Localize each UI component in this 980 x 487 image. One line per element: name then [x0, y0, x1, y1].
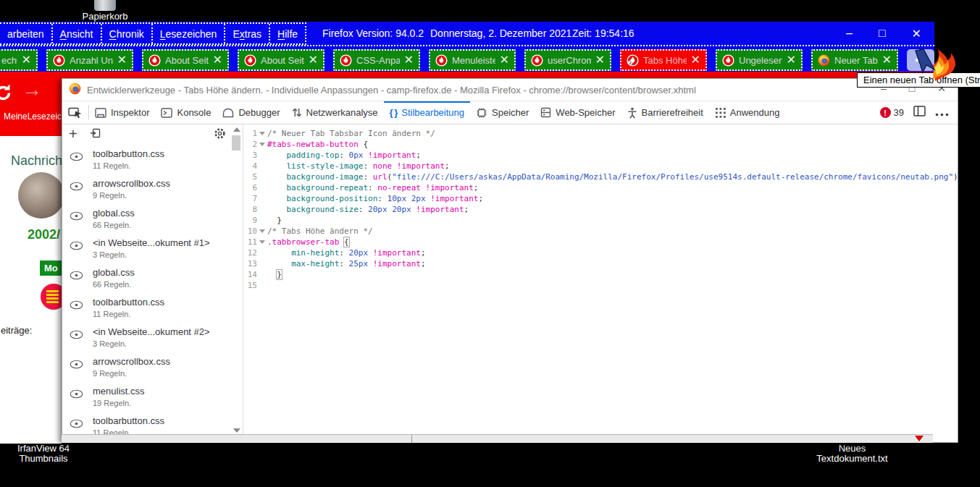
tab-close-icon[interactable]: ✕	[787, 54, 796, 66]
tab-close-icon[interactable]: ✕	[595, 54, 605, 66]
code-line[interactable]: 3 padding-top: 0px !important;	[243, 150, 958, 161]
scroll-down-icon[interactable]	[233, 428, 240, 433]
code-line[interactable]: 15	[243, 280, 958, 291]
minimize-icon[interactable]: –	[846, 27, 853, 41]
eye-icon[interactable]	[70, 418, 83, 434]
devtools-tab-stilbearbeitung[interactable]: { }Stilbearbeitung	[384, 101, 470, 124]
stylesheet-list-item[interactable]: arrowscrollbox.css9 Regeln.	[62, 176, 230, 206]
code-line[interactable]: 11.tabbrowser-tab {	[243, 237, 958, 247]
stylesheet-list-item[interactable]: <in Webseite...okument #2>3 Regeln.	[62, 324, 230, 354]
code-line[interactable]: 14 }	[243, 269, 958, 280]
browser-tab[interactable]: Anzahl Unte✕	[46, 49, 133, 71]
split-console-icon[interactable]	[913, 106, 926, 119]
error-count-badge[interactable]: ! 39	[880, 107, 904, 118]
menu-item[interactable]: Ansicht	[53, 24, 102, 43]
devtools-titlebar[interactable]: Entwicklerwerkzeuge - Tabs Höhe ändern. …	[62, 79, 958, 101]
eye-icon[interactable]	[70, 270, 83, 295]
fold-arrow-icon[interactable]	[257, 128, 267, 139]
scroll-up-icon[interactable]	[233, 127, 240, 132]
tab-close-icon[interactable]: ✕	[691, 54, 700, 66]
eye-icon[interactable]	[70, 359, 83, 384]
code-line[interactable]: 5 background-image: url("file:///C:/User…	[243, 171, 958, 182]
maximize-icon[interactable]: □	[879, 27, 886, 41]
menu-item[interactable]: Hilfe	[270, 24, 305, 43]
code-line[interactable]: 2#tabs-newtab-button {	[243, 139, 958, 150]
browser-tab[interactable]: userChrome✕	[524, 49, 611, 71]
desktop-icon-irfanview[interactable]: IrfanView 64 Thumbnails	[4, 444, 83, 465]
menu-item[interactable]: arbeiten	[0, 24, 53, 43]
forward-icon[interactable]: →	[22, 78, 42, 101]
tab-close-icon[interactable]: ✕	[213, 54, 222, 66]
stylesheet-list-item[interactable]: arrowscrollbox.css9 Regeln.	[62, 354, 230, 384]
stylesheet-list-item[interactable]: toolbarbutton.css11 Regeln.	[62, 295, 230, 324]
browser-tab[interactable]: CSS-Anpassu✕	[333, 49, 420, 71]
scrollbar-thumb[interactable]	[232, 135, 240, 151]
browser-tab[interactable]: About Seiten✕	[238, 49, 324, 71]
year-link[interactable]: 2002/	[28, 227, 60, 242]
devtools-tab-anwendung[interactable]: Anwendung	[709, 101, 786, 124]
close-icon[interactable]: ✕	[912, 27, 921, 41]
code-line[interactable]: 7 background-position: 10px 2px !importa…	[243, 193, 958, 204]
menu-item[interactable]: Extras	[225, 24, 270, 43]
tab-close-icon[interactable]: ✕	[404, 54, 414, 66]
stylesheet-list-item[interactable]: toolbarbutton.css11 Regeln.	[62, 146, 230, 176]
bookmark-item[interactable]: MeineLesezeic	[1, 111, 62, 122]
stylesheet-list-item[interactable]: toolbarbutton.css11 Regeln.	[62, 413, 230, 434]
browser-tab[interactable]: Menuleiste✕	[429, 49, 516, 71]
devtools-tab-barrierefreiheit[interactable]: Barrierefreiheit	[621, 101, 709, 124]
tab-close-icon[interactable]: ✕	[500, 54, 509, 66]
devtools-tab-netzwerkanalyse[interactable]: Netzwerkanalyse	[286, 101, 384, 124]
style-editor-sidebar-toolbar: +	[62, 124, 243, 145]
browser-tab[interactable]: Neuer Tab✕	[811, 49, 898, 71]
fold-arrow-icon[interactable]	[257, 226, 267, 237]
desktop-icon-trash[interactable]: Papierkorb	[75, 0, 135, 22]
devtools-tab-konsole[interactable]: Konsole	[155, 101, 217, 124]
pick-element-button[interactable]	[62, 101, 88, 124]
eye-icon[interactable]	[70, 389, 83, 413]
browser-tab[interactable]: About Seiten✕	[142, 49, 229, 71]
devtools-tab-web-speicher[interactable]: Web-Speicher	[535, 101, 621, 124]
browser-tab[interactable]: echts-✕	[0, 49, 38, 71]
stylesheet-list-item[interactable]: global.css66 Regeln.	[62, 206, 230, 235]
devtools-tab-debugger[interactable]: Debugger	[217, 101, 285, 124]
tab-close-icon[interactable]: ✕	[309, 54, 318, 66]
menu-circle-icon[interactable]	[41, 284, 62, 310]
new-tab-button[interactable]	[907, 49, 934, 71]
desktop-icon-textfile[interactable]: Neues Textdokument.txt	[792, 444, 912, 465]
eye-icon[interactable]	[70, 151, 83, 176]
code-line[interactable]: 13 max-height: 25px !important;	[243, 258, 958, 269]
eye-icon[interactable]	[70, 329, 83, 354]
reload-icon[interactable]	[0, 83, 13, 103]
css-code-editor[interactable]: 1/* Neuer Tab Tabsbar Icon ändern */2#ta…	[243, 124, 958, 434]
import-stylesheet-icon[interactable]	[90, 127, 101, 142]
devtools-tab-speicher[interactable]: Speicher	[470, 101, 535, 124]
new-stylesheet-button[interactable]: +	[69, 127, 78, 141]
tab-close-icon[interactable]: ✕	[117, 54, 127, 66]
stylesheet-list-item[interactable]: global.css66 Regeln.	[62, 265, 230, 295]
browser-tab[interactable]: Ungelesene l✕	[716, 49, 803, 71]
month-badge[interactable]: Mo	[40, 261, 62, 276]
code-line[interactable]: 1/* Neuer Tab Tabsbar Icon ändern */	[243, 128, 958, 139]
code-line[interactable]: 8 background-size: 20px 20px !important;	[243, 204, 958, 215]
code-line[interactable]: 9 }	[243, 215, 958, 226]
eye-icon[interactable]	[70, 300, 83, 324]
sidebar-scrollbar[interactable]	[231, 124, 242, 434]
stylesheet-list-item[interactable]: menulist.css19 Regeln.	[62, 384, 230, 413]
fold-arrow-icon[interactable]	[257, 139, 267, 150]
eye-icon[interactable]	[70, 240, 83, 265]
browser-tab[interactable]: 2Tabs Höhe ä✕	[620, 49, 707, 71]
meatball-menu-icon[interactable]	[935, 106, 949, 119]
tab-close-icon[interactable]: ✕	[882, 54, 892, 66]
menu-item[interactable]: Chronik	[102, 24, 153, 43]
devtools-tab-inspektor[interactable]: Inspektor	[89, 101, 155, 124]
tab-close-icon[interactable]: ✕	[22, 54, 31, 66]
menu-item[interactable]: Lesezeichen	[153, 24, 226, 43]
fold-arrow-icon[interactable]	[257, 237, 267, 247]
code-line[interactable]: 12 min-height: 20px !important;	[243, 247, 958, 258]
code-line[interactable]: 10/* Tabs Höhe ändern */	[243, 226, 958, 237]
eye-icon[interactable]	[70, 181, 83, 206]
stylesheet-list-item[interactable]: <in Webseite...okument #1>3 Regeln.	[62, 235, 230, 265]
eye-icon[interactable]	[70, 211, 83, 235]
code-line[interactable]: 6 background-repeat: no-repeat !importan…	[243, 182, 958, 193]
code-line[interactable]: 4 list-style-image: none !important;	[243, 161, 958, 171]
